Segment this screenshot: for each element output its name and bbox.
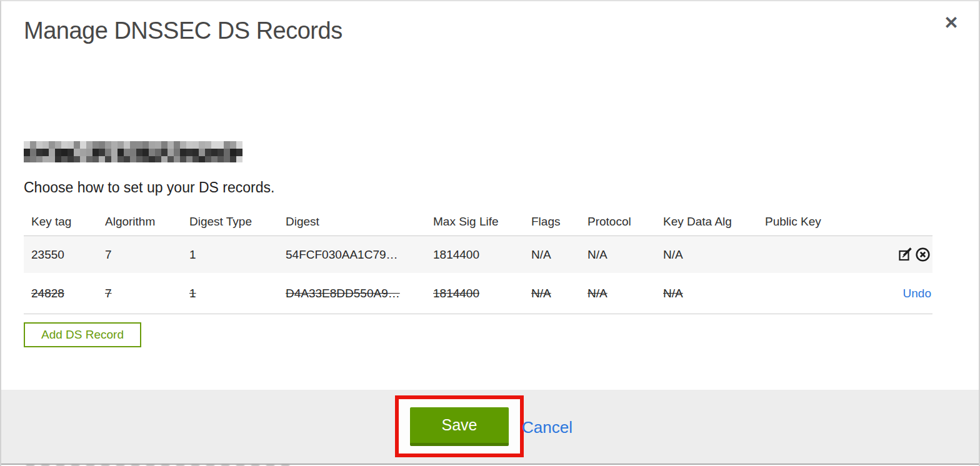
table-header-row: Key tag Algorithm Digest Type Digest Max… (24, 207, 932, 236)
row-actions: Undo (880, 287, 932, 300)
page-title: Manage DNSSEC DS Records (24, 17, 342, 44)
col-algorithm: Algorithm (105, 215, 189, 229)
cell-key-data-alg: N/A (663, 248, 765, 262)
cell-protocol: N/A (588, 287, 663, 300)
col-key-data-alg: Key Data Alg (663, 215, 765, 229)
row-actions (880, 246, 932, 263)
col-max-sig-life: Max Sig Life (433, 215, 531, 229)
cell-max-sig-life: 1814400 (433, 248, 531, 262)
add-ds-record-button[interactable]: Add DS Record (24, 322, 141, 347)
modal-footer: Save Cancel (1, 390, 979, 464)
dnssec-modal: Manage DNSSEC DS Records ✕ Choose how to… (0, 0, 980, 466)
cell-key-data-alg: N/A (663, 287, 765, 300)
cell-digest: 54FCF030AA1C79… (286, 248, 433, 262)
cell-algorithm: 7 (105, 248, 189, 262)
cell-digest: D4A33E8DD550A9… (286, 287, 433, 300)
cell-protocol: N/A (588, 248, 663, 262)
col-public-key: Public Key (765, 215, 880, 229)
remove-icon[interactable] (914, 246, 931, 263)
table-row: 23550 7 1 54FCF030AA1C79… 1814400 N/A N/… (24, 236, 932, 273)
cancel-link[interactable]: Cancel (522, 418, 572, 437)
cell-max-sig-life: 1814400 (433, 287, 531, 300)
cell-key-tag: 24828 (31, 287, 105, 300)
edit-icon[interactable] (897, 246, 914, 263)
cell-key-tag: 23550 (31, 248, 105, 262)
ds-records-table: Key tag Algorithm Digest Type Digest Max… (24, 207, 932, 314)
col-flags: Flags (531, 215, 588, 229)
redacted-domain-name (24, 141, 242, 162)
col-key-tag: Key tag (31, 215, 105, 229)
cell-digest-type: 1 (189, 248, 286, 262)
cell-flags: N/A (531, 287, 588, 300)
col-digest-type: Digest Type (189, 215, 286, 229)
save-button[interactable]: Save (410, 407, 509, 446)
close-icon[interactable]: ✕ (941, 12, 962, 34)
cell-algorithm: 7 (105, 287, 189, 300)
instruction-text: Choose how to set up your DS records. (24, 179, 274, 196)
cell-digest-type: 1 (189, 287, 286, 300)
col-protocol: Protocol (588, 215, 663, 229)
undo-link[interactable]: Undo (903, 287, 931, 300)
cell-flags: N/A (531, 248, 588, 262)
table-row-deleted: 24828 7 1 D4A33E8DD550A9… 1814400 N/A N/… (24, 273, 932, 314)
col-digest: Digest (286, 215, 433, 229)
